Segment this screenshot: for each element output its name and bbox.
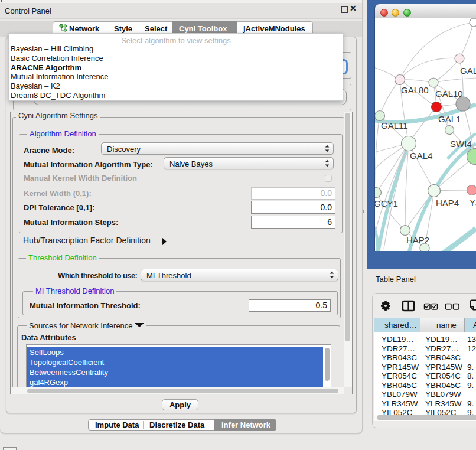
svg-text:GAL80: GAL80 (401, 85, 429, 95)
svg-text:GAL11: GAL11 (381, 120, 408, 131)
svg-text:YJ: YJ (470, 197, 476, 207)
svg-text:GAL1: GAL1 (438, 114, 461, 124)
svg-text:GAL7: GAL7 (460, 66, 476, 76)
svg-text:SWI4: SWI4 (450, 139, 472, 149)
svg-text:HAP4: HAP4 (436, 198, 459, 208)
svg-text:HAP2: HAP2 (406, 235, 429, 245)
svg-text:GCY1: GCY1 (375, 198, 398, 208)
svg-text:GAL10: GAL10 (435, 89, 463, 99)
svg-text:GAL4: GAL4 (410, 151, 432, 161)
